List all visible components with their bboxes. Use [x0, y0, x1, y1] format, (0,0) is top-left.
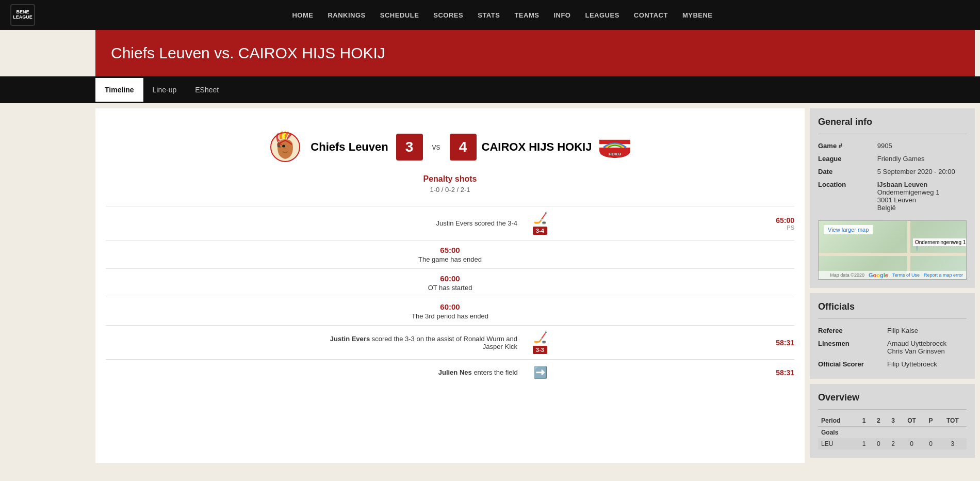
- svg-text:HOKIJ: HOKIJ: [609, 151, 621, 156]
- timeline-event-2: 65:00 The game has ended: [106, 240, 794, 268]
- leu-ot: 0: [901, 438, 923, 450]
- map-label: Ondernemingenweg 1: [913, 238, 967, 246]
- nav-stats[interactable]: STATS: [478, 11, 500, 19]
- scorer-label: Official Scorer: [818, 358, 887, 371]
- overview-title: Overview: [818, 392, 967, 403]
- scorer-bold-5: Justin Evers: [330, 335, 370, 343]
- nav-teams[interactable]: TEAMS: [514, 11, 539, 19]
- match-title: Chiefs Leuven vs. CAIROX HIJS HOKIJ: [111, 44, 959, 62]
- tab-esheet[interactable]: ESheet: [186, 78, 228, 102]
- nav-leagues[interactable]: LEAGUES: [585, 11, 619, 19]
- linesman1: Arnaud Uyttebroeck: [887, 340, 967, 347]
- site-logo[interactable]: BENELEAGUE: [10, 4, 35, 26]
- linesmen-row: Linesmen Arnaud Uyttebroeck Chris Van Gr…: [818, 337, 967, 358]
- map-road-h: [819, 253, 966, 256]
- vs-label: vs: [428, 142, 445, 152]
- hero-banner: Chiefs Leuven vs. CAIROX HIJS HOKIJ: [95, 30, 975, 76]
- score-header: Chiefs Leuven 3 vs 4 CAIROX HIJS HOKIJ H…: [106, 119, 794, 170]
- event-text-5: Justin Evers scored the 3-3 on the assis…: [312, 335, 522, 350]
- nav-rankings[interactable]: RANKINGS: [328, 11, 365, 19]
- game-num-label: Game #: [818, 139, 877, 152]
- scorer-row: Official Scorer Filip Uyttebroeck: [818, 358, 967, 371]
- nav-info[interactable]: INFO: [553, 11, 570, 19]
- map-data-label: Map data ©2020: [830, 272, 864, 278]
- score-badge-5: 3-3: [533, 346, 547, 354]
- event-time-6: 58:31: [763, 368, 794, 377]
- nav-contact[interactable]: CONTACT: [634, 11, 668, 19]
- linesmen-value: Arnaud Uyttebroeck Chris Van Grinsven: [887, 337, 967, 358]
- team-leu: LEU: [818, 438, 857, 450]
- col-2: 2: [871, 415, 886, 427]
- nav-mybene[interactable]: MYBENE: [682, 11, 713, 19]
- col-TOT: TOT: [939, 415, 967, 427]
- nav-scores[interactable]: SCORES: [433, 11, 463, 19]
- timeline-event-6: Julien Nes enters the field ➡️ 58:31: [106, 359, 794, 385]
- league-label: League: [818, 152, 877, 165]
- col-P: P: [923, 415, 938, 427]
- nav-home[interactable]: HOME: [292, 11, 313, 19]
- event-icon-5: 🏒 3-3: [533, 331, 547, 354]
- map-inner: 📍 Ondernemingenweg 1 View larger map Map…: [819, 221, 966, 279]
- timeline: Justin Evers scored the 3-4 🏒 3-4 65:00 …: [106, 206, 794, 385]
- tabs-bar: Timeline Line-up ESheet: [0, 76, 980, 103]
- away-team-name: CAIROX HIJS HOKIJ: [482, 140, 592, 154]
- goals-label: Goals: [818, 427, 857, 439]
- officials-table: Referee Filip Kaise Linesmen Arnaud Uytt…: [818, 324, 967, 371]
- map-container: 📍 Ondernemingenweg 1 View larger map Map…: [818, 220, 967, 280]
- tab-timeline[interactable]: Timeline: [95, 78, 143, 102]
- referee-row: Referee Filip Kaise: [818, 324, 967, 337]
- result-type: Penalty shots: [106, 174, 794, 184]
- map-view-larger[interactable]: View larger map: [824, 225, 873, 234]
- away-team-logo: HOKIJ: [597, 134, 633, 160]
- main-layout: Chiefs Leuven 3 vs 4 CAIROX HIJS HOKIJ H…: [95, 108, 975, 463]
- navbar: BENELEAGUE HOME RANKINGS SCHEDULE SCORES…: [0, 0, 980, 30]
- league-row: League Friendly Games: [818, 152, 967, 165]
- referee-label: Referee: [818, 324, 887, 337]
- location-label: Location: [818, 178, 877, 214]
- linesmen-label: Linesmen: [818, 337, 887, 358]
- overview-header-row: Period 1 2 3 OT P TOT: [818, 415, 967, 427]
- general-info-title: General info: [818, 117, 967, 127]
- away-score: 4: [450, 134, 477, 161]
- tab-lineup[interactable]: Line-up: [143, 78, 186, 102]
- event-icon-1: 🏒 3-4: [533, 212, 547, 235]
- content-area: Chiefs Leuven 3 vs 4 CAIROX HIJS HOKIJ H…: [95, 108, 805, 463]
- home-team-name: Chiefs Leuven: [308, 140, 391, 154]
- location-country: België: [877, 204, 967, 212]
- score-badge-1: 3-4: [533, 227, 547, 235]
- league-value: Friendly Games: [877, 152, 967, 165]
- timeline-event-4: 60:00 The 3rd period has ended: [106, 297, 794, 325]
- location-street: Ondernemigenweg 1: [877, 188, 967, 196]
- officials-title: Officials: [818, 301, 967, 312]
- event-text-1: Justin Evers scored the 3-4: [312, 219, 522, 227]
- event-time-1: 65:00 PS: [763, 216, 794, 231]
- overview-sub-header: Goals: [818, 427, 967, 439]
- period-scores: 1-0 / 0-2 / 2-1: [106, 186, 794, 194]
- game-num-value: 9905: [877, 139, 967, 152]
- col-1: 1: [857, 415, 871, 427]
- map-report[interactable]: Report a map error: [924, 272, 963, 278]
- leu-p: 0: [923, 438, 938, 450]
- svg-point-1: [282, 145, 285, 148]
- leu-tot: 3: [939, 438, 967, 450]
- info-table: Game # 9905 League Friendly Games Date 5…: [818, 139, 967, 214]
- location-name: IJsbaan Leuven: [877, 181, 967, 188]
- timeline-event-3: 60:00 OT has started: [106, 268, 794, 297]
- leu-p2: 0: [871, 438, 886, 450]
- col-period: Period: [818, 415, 857, 427]
- timeline-event-5: Justin Evers scored the 3-3 on the assis…: [106, 325, 794, 359]
- puck-icon-1: 🏒: [533, 212, 547, 225]
- map-footer: Map data ©2020 Google Terms of Use Repor…: [819, 271, 966, 279]
- home-team-logo: [267, 129, 303, 165]
- player-bold-6: Julien Nes: [438, 368, 472, 376]
- timeline-event-1: Justin Evers scored the 3-4 🏒 3-4 65:00 …: [106, 206, 794, 240]
- map-terms[interactable]: Terms of Use: [892, 272, 920, 278]
- event-detail-5: scored the 3-3 on the assist of Ronald W…: [372, 335, 517, 350]
- linesman2: Chris Van Grinsven: [887, 347, 967, 355]
- location-row: Location IJsbaan Leuven Ondernemigenweg …: [818, 178, 967, 214]
- nav-schedule[interactable]: SCHEDULE: [380, 11, 419, 19]
- google-logo: Google: [869, 272, 888, 278]
- home-score: 3: [396, 134, 423, 161]
- overview-leu-row: LEU 1 0 2 0 0 3: [818, 438, 967, 450]
- date-value: 5 September 2020 - 20:00: [877, 165, 967, 178]
